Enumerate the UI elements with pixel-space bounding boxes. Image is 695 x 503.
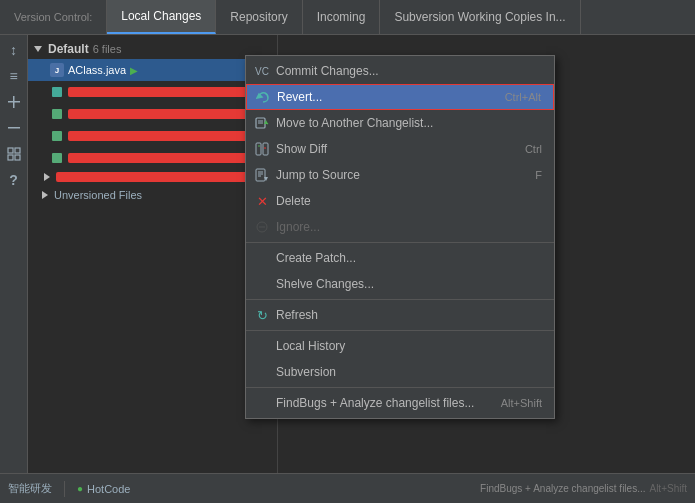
left-toolbar: ↕ ≡ ?: [0, 35, 28, 473]
tab-incoming[interactable]: Incoming: [303, 0, 381, 34]
status-divider: [64, 481, 65, 497]
show-diff-label: Show Diff: [276, 142, 327, 156]
extra-group[interactable]: [28, 169, 277, 185]
create-patch-icon: [254, 250, 270, 266]
delete-icon: ✕: [254, 193, 270, 209]
tab-subversion[interactable]: Subversion Working Copies In...: [380, 0, 580, 34]
status-left-label: 智能研发: [8, 481, 52, 496]
redacted-name-3: [68, 131, 252, 141]
hotcode-label: HotCode: [87, 483, 130, 495]
sort-button[interactable]: ↕: [3, 39, 25, 61]
menu-ignore: Ignore...: [246, 214, 554, 240]
file-icon-3: [50, 129, 64, 143]
menu-refresh[interactable]: ↻ Refresh: [246, 302, 554, 328]
collapse-button[interactable]: [3, 117, 25, 139]
refresh-label: Refresh: [276, 308, 318, 322]
tab-repository[interactable]: Repository: [216, 0, 302, 34]
jump-source-label: Jump to Source: [276, 168, 360, 182]
settings-button[interactable]: [3, 143, 25, 165]
extra-group-label: [56, 172, 271, 182]
findbugs-icon: [254, 395, 270, 411]
java-file-icon: J: [50, 63, 64, 77]
menu-commit[interactable]: VCS Commit Changes...: [246, 58, 554, 84]
svg-rect-8: [52, 109, 62, 119]
subversion-icon: [254, 364, 270, 380]
file-item-2[interactable]: C:/: [28, 103, 277, 125]
file-panel: Default 6 files J AClass.java ▶ C:/: [28, 35, 278, 473]
menu-create-patch[interactable]: Create Patch...: [246, 245, 554, 271]
menu-move-changelist[interactable]: Move to Another Changelist...: [246, 110, 554, 136]
local-history-label: Local History: [276, 339, 345, 353]
file-icon-2: [50, 107, 64, 121]
default-group-label: Default: [48, 42, 89, 56]
expand-default-icon: [34, 46, 42, 52]
ignore-icon: [254, 219, 270, 235]
tab-local-changes[interactable]: Local Changes: [107, 0, 216, 34]
status-hotcode[interactable]: ● HotCode: [77, 483, 130, 495]
file-name-aclass: AClass.java: [68, 64, 126, 76]
findbugs-label: FindBugs + Analyze changelist files...: [276, 396, 474, 410]
delete-label: Delete: [276, 194, 311, 208]
local-history-icon: [254, 338, 270, 354]
arrow-indicator: ▶: [130, 65, 138, 76]
move-changelist-icon: [254, 115, 270, 131]
revert-label: Revert...: [277, 90, 322, 104]
commit-icon: VCS: [254, 63, 270, 79]
file-item-4[interactable]: [28, 147, 277, 169]
file-icon-1: [50, 85, 64, 99]
svg-rect-3: [8, 148, 13, 153]
intelligent-dev-label: 智能研发: [8, 481, 52, 496]
svg-rect-22: [256, 169, 265, 181]
revert-shortcut: Ctrl+Alt: [505, 91, 541, 103]
group-button[interactable]: ≡: [3, 65, 25, 87]
svg-rect-10: [52, 153, 62, 163]
findbugs-status-shortcut: Alt+Shift: [649, 483, 687, 494]
svg-rect-18: [256, 143, 261, 155]
separator-4: [246, 387, 554, 388]
menu-delete[interactable]: ✕ Delete: [246, 188, 554, 214]
svg-rect-7: [52, 87, 62, 97]
file-icon-4: [50, 151, 64, 165]
subversion-label: Subversion: [276, 365, 336, 379]
menu-show-diff[interactable]: Show Diff Ctrl: [246, 136, 554, 162]
menu-findbugs[interactable]: FindBugs + Analyze changelist files... A…: [246, 390, 554, 416]
separator-2: [246, 299, 554, 300]
svg-rect-2: [8, 127, 20, 129]
expand-extra-icon: [44, 173, 50, 181]
default-file-count: 6 files: [93, 43, 122, 55]
unversioned-label: Unversioned Files: [54, 189, 142, 201]
separator-3: [246, 330, 554, 331]
ignore-label: Ignore...: [276, 220, 320, 234]
menu-subversion[interactable]: Subversion: [246, 359, 554, 385]
svg-rect-1: [13, 96, 15, 108]
svg-text:VCS: VCS: [255, 66, 269, 77]
menu-revert[interactable]: Revert... Ctrl+Alt: [246, 84, 554, 110]
tab-bar: Version Control: Local Changes Repositor…: [0, 0, 695, 35]
file-item-1[interactable]: [28, 81, 277, 103]
svg-rect-5: [8, 155, 13, 160]
expand-unversioned-icon: [42, 191, 48, 199]
svg-marker-12: [257, 94, 262, 98]
jump-source-shortcut: F: [535, 169, 542, 181]
menu-local-history[interactable]: Local History: [246, 333, 554, 359]
file-item-3[interactable]: C:/: [28, 125, 277, 147]
revert-icon: [255, 89, 271, 105]
unversioned-group[interactable]: Unversioned Files: [28, 185, 277, 205]
menu-shelve[interactable]: Shelve Changes...: [246, 271, 554, 297]
refresh-icon: ↻: [254, 307, 270, 323]
svg-rect-6: [15, 155, 20, 160]
context-menu: VCS Commit Changes... Revert... Ctrl+Alt: [245, 55, 555, 419]
svg-rect-19: [263, 143, 268, 155]
redacted-name-2: [68, 109, 252, 119]
move-changelist-label: Move to Another Changelist...: [276, 116, 433, 130]
separator-1: [246, 242, 554, 243]
expand-button[interactable]: [3, 91, 25, 113]
help-button[interactable]: ?: [3, 169, 25, 191]
shelve-icon: [254, 276, 270, 292]
tab-version-control[interactable]: Version Control:: [0, 0, 107, 34]
menu-jump-source[interactable]: Jump to Source F: [246, 162, 554, 188]
default-group-header[interactable]: Default 6 files: [28, 39, 277, 59]
file-item-aclass[interactable]: J AClass.java ▶: [28, 59, 277, 81]
show-diff-shortcut: Ctrl: [525, 143, 542, 155]
status-right: FindBugs + Analyze changelist files... A…: [480, 483, 687, 494]
